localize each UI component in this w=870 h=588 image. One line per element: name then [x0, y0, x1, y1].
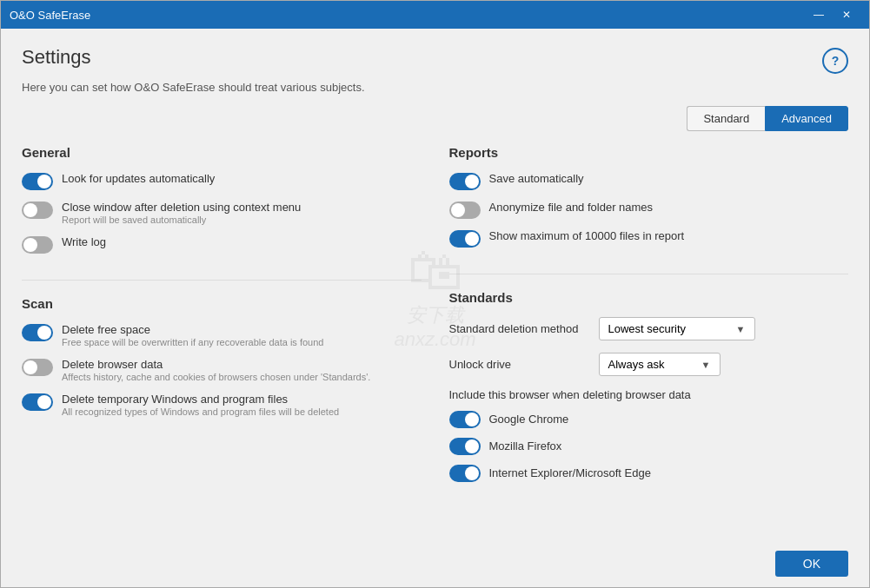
toggle-delete-temp[interactable]	[22, 393, 53, 411]
label-close-window: Close window after deletion using contex…	[62, 201, 301, 214]
label-delete-browser: Delete browser data	[62, 358, 370, 371]
minimize-button[interactable]: —	[805, 1, 833, 29]
sublabel-delete-free-space: Free space will be overwritten if any re…	[62, 337, 323, 347]
label-max-files: Show maximum of 10000 files in report	[489, 229, 685, 242]
settings-grid: General Look for updates automatically	[22, 145, 848, 530]
unlock-drive-row: Unlock drive Always ask ▼	[449, 353, 849, 376]
scan-section-title: Scan	[22, 296, 422, 311]
toggle-close-window[interactable]	[22, 202, 53, 219]
toggle-max-files[interactable]	[449, 230, 481, 248]
content-area: Settings ? Here you can set how O&O Safe…	[1, 29, 869, 544]
setting-max-files: Show maximum of 10000 files in report	[449, 229, 849, 248]
general-section-title: General	[22, 145, 422, 160]
toggle-chrome[interactable]	[449, 411, 481, 428]
deletion-method-arrow: ▼	[736, 324, 746, 334]
unlock-drive-value: Always ask	[608, 358, 665, 371]
label-save-auto: Save automatically	[489, 172, 584, 185]
deletion-method-label: Standard deletion method	[449, 322, 588, 335]
label-delete-temp: Delete temporary Windows and program fil…	[62, 393, 339, 406]
setting-delete-browser: Delete browser data Affects history, cac…	[22, 358, 422, 382]
ok-button[interactable]: OK	[775, 551, 848, 577]
standards-section-title: Standards	[449, 290, 849, 305]
label-updates: Look for updates automatically	[62, 172, 215, 185]
footer: OK	[1, 544, 869, 587]
sublabel-delete-browser: Affects history, cache and cookies of br…	[62, 372, 370, 382]
browser-firefox: Mozilla Firefox	[449, 437, 849, 455]
label-chrome: Google Chrome	[489, 413, 569, 426]
toggle-ie-edge[interactable]	[449, 465, 481, 482]
close-button[interactable]: ✕	[833, 1, 860, 29]
titlebar: O&O SafeErase — ✕	[1, 1, 869, 29]
divider-reports-standards	[449, 274, 849, 274]
setting-delete-free-space: Delete free space Free space will be ove…	[22, 323, 422, 347]
label-ie-edge: Internet Explorer/Microsoft Edge	[489, 466, 651, 479]
help-button[interactable]: ?	[822, 48, 848, 74]
setting-close-window: Close window after deletion using contex…	[22, 201, 422, 225]
setting-anonymize: Anonymize file and folder names	[449, 201, 849, 219]
toggle-save-auto[interactable]	[449, 173, 481, 190]
toggle-write-log[interactable]	[22, 236, 53, 254]
setting-updates: Look for updates automatically	[22, 172, 422, 190]
divider-general-scan	[22, 280, 422, 281]
right-column: Reports Save automatically	[449, 145, 849, 530]
header-row: Settings ?	[22, 46, 848, 74]
unlock-drive-arrow: ▼	[701, 360, 711, 370]
toggle-delete-browser[interactable]	[22, 359, 53, 376]
toggle-updates[interactable]	[22, 173, 53, 190]
toggle-firefox[interactable]	[449, 438, 481, 455]
label-anonymize: Anonymize file and folder names	[489, 201, 654, 214]
label-delete-free-space: Delete free space	[62, 323, 323, 336]
label-firefox: Mozilla Firefox	[489, 439, 562, 453]
toggle-delete-free-space[interactable]	[22, 324, 53, 341]
deletion-method-dropdown[interactable]: Lowest security ▼	[599, 317, 755, 340]
titlebar-title: O&O SafeErase	[10, 9, 90, 22]
setting-write-log: Write log	[22, 235, 422, 254]
browser-chrome: Google Chrome	[449, 410, 849, 428]
browser-ie-edge: Internet Explorer/Microsoft Edge	[449, 464, 849, 482]
unlock-drive-dropdown[interactable]: Always ask ▼	[599, 353, 721, 376]
left-column: General Look for updates automatically	[22, 145, 422, 530]
setting-save-auto: Save automatically	[449, 172, 849, 190]
sublabel-close-window: Report will be saved automatically	[62, 215, 301, 225]
deletion-method-value: Lowest security	[608, 322, 687, 335]
main-window: O&O SafeErase — ✕ 🛍 安下载 anxz.com Setting…	[0, 0, 870, 588]
unlock-drive-label: Unlock drive	[449, 358, 588, 371]
sublabel-delete-temp: All recognized types of Windows and prog…	[62, 406, 339, 417]
tab-standard[interactable]: Standard	[687, 106, 765, 131]
setting-delete-temp: Delete temporary Windows and program fil…	[22, 393, 422, 417]
deletion-method-row: Standard deletion method Lowest security…	[449, 317, 849, 340]
toggle-anonymize[interactable]	[449, 202, 481, 219]
include-browser-label: Include this browser when deleting brows…	[449, 388, 849, 401]
tab-row: Standard Advanced	[22, 106, 848, 131]
subtitle: Here you can set how O&O SafeErase shoul…	[22, 81, 848, 94]
page-title: Settings	[22, 46, 91, 69]
reports-section-title: Reports	[449, 145, 849, 160]
tab-advanced[interactable]: Advanced	[765, 106, 848, 131]
titlebar-controls: — ✕	[805, 1, 860, 29]
label-write-log: Write log	[62, 235, 106, 248]
standards-section: Standards Standard deletion method Lowes…	[449, 290, 849, 491]
